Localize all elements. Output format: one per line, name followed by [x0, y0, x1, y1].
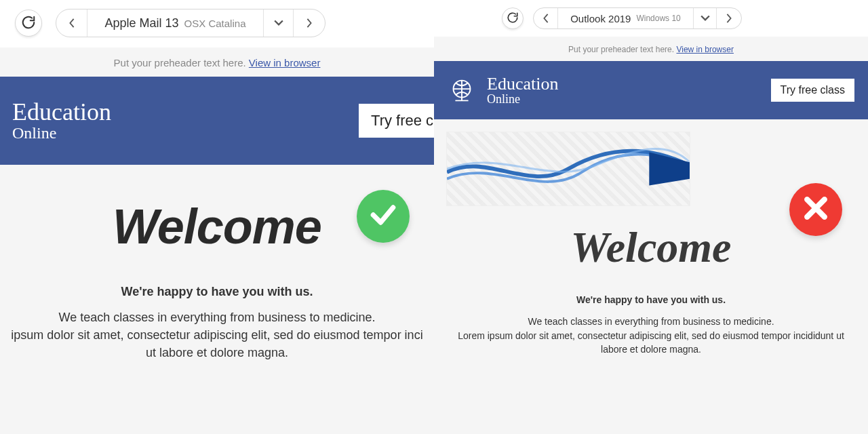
brand-line2: Online: [487, 93, 558, 106]
reload-icon: [21, 15, 36, 32]
reload-button[interactable]: [502, 7, 524, 29]
preview-pane-outlook: Outlook 2019 Windows 10 Put your prehead…: [434, 0, 868, 434]
preheader-text: Put your preheader text here.: [114, 57, 249, 68]
body-line2: ipsum dolor sit amet, consectetur adipis…: [1, 326, 433, 344]
prev-client-button[interactable]: [534, 8, 558, 28]
preheader-text: Put your preheader text here.: [568, 45, 676, 54]
body-line1: We teach classes in everything from busi…: [446, 315, 856, 328]
next-client-button[interactable]: [294, 9, 325, 37]
body-strong: We're happy to have you with us.: [1, 283, 433, 300]
client-switcher: Outlook 2019 Windows 10: [533, 7, 742, 29]
view-in-browser-link[interactable]: View in browser: [249, 57, 321, 68]
email-preview: Put your preheader text here. View in br…: [0, 47, 434, 434]
brand-bar: Education Online Try free cl: [0, 77, 434, 165]
globe-icon: [446, 75, 477, 106]
body-line1: We teach classes in everything from busi…: [1, 309, 433, 326]
brand-line2: Online: [12, 125, 111, 142]
hero-wave-image: [446, 132, 690, 206]
body-line3: ut labore et dolore magna.: [1, 344, 433, 361]
body-copy: We're happy to have you with us. We teac…: [0, 283, 434, 361]
view-in-browser-link[interactable]: View in browser: [676, 45, 733, 54]
reload-icon: [507, 12, 519, 26]
brand-bar: Education Online Try free class: [434, 61, 868, 119]
prev-client-button[interactable]: [56, 9, 87, 37]
try-free-class-button[interactable]: Try free class: [771, 79, 854, 102]
client-select[interactable]: Apple Mail 13 OSX Catalina: [87, 9, 264, 37]
status-badge-fail: [789, 183, 842, 236]
preheader: Put your preheader text here. View in br…: [0, 47, 434, 77]
reload-button[interactable]: [15, 9, 42, 37]
client-name: Outlook 2019: [570, 13, 631, 24]
email-preview: Put your preheader text here. View in br…: [434, 37, 868, 434]
close-icon: [801, 193, 831, 226]
client-dropdown-button[interactable]: [264, 9, 294, 37]
brand: Education Online: [12, 100, 111, 142]
preheader: Put your preheader text here. View in br…: [434, 37, 868, 61]
brand-text: Education Online: [12, 100, 111, 142]
toolbar: Outlook 2019 Windows 10: [434, 0, 868, 37]
preview-pane-apple-mail: Apple Mail 13 OSX Catalina Put your preh…: [0, 0, 434, 434]
client-os: Windows 10: [636, 14, 680, 23]
next-client-button[interactable]: [717, 8, 741, 28]
client-name: Apple Mail 13: [105, 16, 179, 31]
client-os: OSX Catalina: [184, 18, 246, 29]
body-copy: We're happy to have you with us. We teac…: [434, 293, 868, 356]
status-badge-pass: [357, 190, 410, 243]
body-strong: We're happy to have you with us.: [446, 293, 856, 307]
brand-text: Education Online: [487, 75, 558, 106]
body-line2: Lorem ipsum dolor sit amet, consectetur …: [446, 329, 856, 342]
brand-line1: Education: [487, 75, 558, 93]
toolbar: Apple Mail 13 OSX Catalina: [0, 0, 434, 47]
client-dropdown-button[interactable]: [694, 8, 717, 28]
brand: Education Online: [446, 75, 558, 106]
body-line3: labore et dolore magna.: [446, 342, 856, 356]
client-select[interactable]: Outlook 2019 Windows 10: [558, 8, 694, 28]
client-switcher: Apple Mail 13 OSX Catalina: [56, 9, 326, 37]
check-icon: [368, 200, 398, 233]
brand-line1: Education: [12, 100, 111, 125]
